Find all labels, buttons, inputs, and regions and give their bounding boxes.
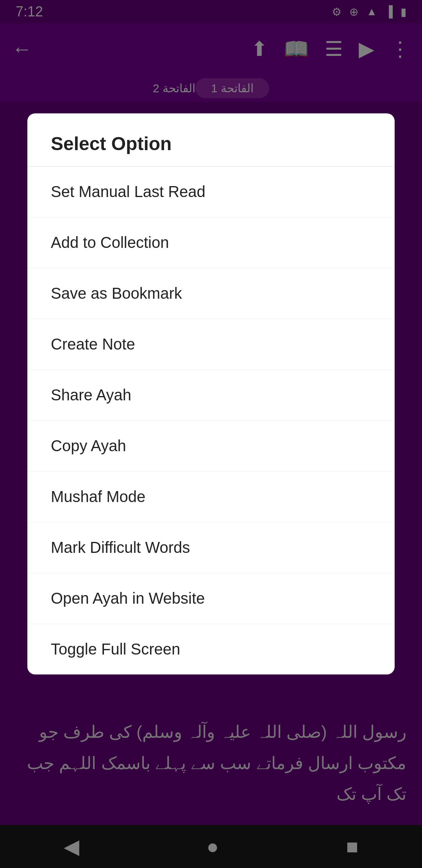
menu-item-share-ayah[interactable]: Share Ayah: [27, 370, 395, 421]
menu-item-create-note[interactable]: Create Note: [27, 319, 395, 370]
menu-item-set-manual-last-read[interactable]: Set Manual Last Read: [27, 167, 395, 217]
menu-item-mushaf-mode[interactable]: Mushaf Mode: [27, 472, 395, 522]
menu-item-mark-difficult-words[interactable]: Mark Difficult Words: [27, 522, 395, 573]
menu-item-copy-ayah[interactable]: Copy Ayah: [27, 421, 395, 472]
menu-item-add-to-collection[interactable]: Add to Collection: [27, 217, 395, 268]
menu-item-open-ayah-in-website[interactable]: Open Ayah in Website: [27, 573, 395, 624]
dialog-title: Select Option: [27, 113, 395, 166]
menu-item-toggle-full-screen[interactable]: Toggle Full Screen: [27, 624, 395, 674]
select-option-dialog: Select Option Set Manual Last Read Add t…: [27, 113, 395, 674]
menu-item-save-as-bookmark[interactable]: Save as Bookmark: [27, 268, 395, 319]
